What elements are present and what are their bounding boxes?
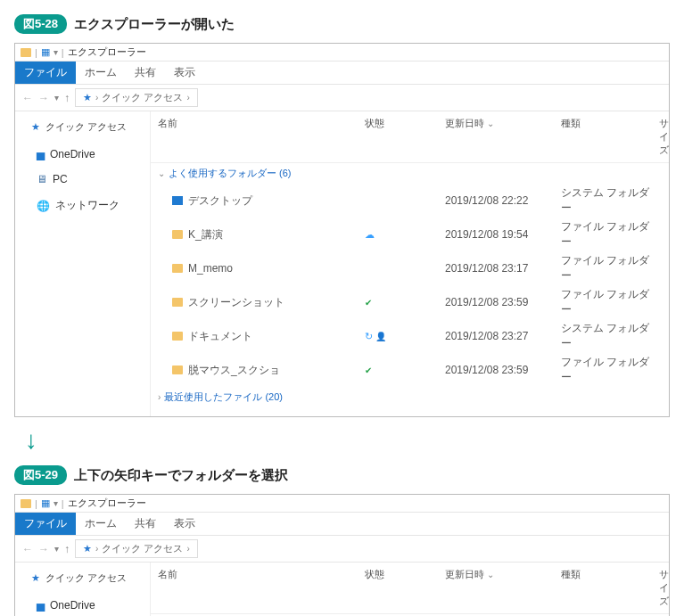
file-date: 2019/12/08 23:27 — [445, 330, 561, 342]
tab-file[interactable]: ファイル — [15, 513, 76, 535]
titlebar: | ▦ ▾ | エクスプローラー — [15, 495, 669, 513]
tab-share[interactable]: 共有 — [126, 62, 165, 84]
nav-forward-icon[interactable]: → — [38, 92, 49, 104]
file-type: ファイル フォルダー — [561, 253, 659, 283]
caption-badge: 図5-28 — [14, 14, 67, 34]
folder-icon — [172, 264, 183, 273]
col-date[interactable]: 更新日時 ⌄ — [445, 117, 561, 157]
tab-view[interactable]: 表示 — [165, 62, 204, 84]
file-type: ファイル フォルダー — [561, 287, 659, 317]
file-name: デスクトップ — [188, 193, 252, 209]
cloud-icon: ▅ — [37, 599, 45, 612]
file-type: ファイル フォルダー — [561, 219, 659, 250]
file-row[interactable]: K_講演2019/12/08 19:54ファイル フォルダー — [151, 218, 669, 251]
nav-history-icon[interactable]: ▾ — [54, 544, 59, 554]
file-date: 2019/12/08 23:59 — [445, 364, 561, 376]
file-date: 2019/12/08 23:17 — [445, 262, 561, 275]
explorer-window-2: | ▦ ▾ | エクスプローラー ファイル ホーム 共有 表示 ← → ▾ ↑ … — [14, 494, 670, 616]
breadcrumb-box[interactable]: ★ › クイック アクセス › — [75, 88, 198, 107]
explorer-window-1: | ▦ ▾ | エクスプローラー ファイル ホーム 共有 表示 ← → ▾ ↑ … — [14, 43, 670, 417]
nav-up-icon[interactable]: ↑ — [64, 543, 70, 555]
file-type: ファイル フォルダー — [561, 355, 659, 385]
file-date: 2019/12/08 23:59 — [445, 296, 561, 308]
group-frequent[interactable]: ⌄ よく使用するフォルダー (6) — [151, 163, 669, 184]
col-type[interactable]: 種類 — [561, 117, 659, 157]
dropdown-icon[interactable]: ▾ — [54, 498, 58, 508]
col-name[interactable]: 名前 — [151, 117, 365, 157]
file-row[interactable]: 脱マウス_スクショ2019/12/08 23:59ファイル フォルダー — [151, 353, 669, 387]
nav-back-icon[interactable]: ← — [22, 543, 33, 555]
window-title: エクスプローラー — [68, 45, 146, 59]
file-list-pane: 名前 状態 更新日時 ⌄ 種類 サイズ ⌄ よく使用するフォルダー (6) デス… — [151, 563, 669, 616]
file-status — [365, 228, 445, 241]
star-icon: ★ — [31, 121, 40, 133]
caption-text: 上下の矢印キーでフォルダーを選択 — [74, 467, 288, 484]
ribbon-icon: ▦ — [41, 497, 50, 509]
tab-home[interactable]: ホーム — [76, 62, 126, 84]
file-row[interactable]: ドキュメント 2019/12/08 23:27システム フォルダー — [151, 319, 669, 353]
sidebar-quick-access[interactable]: ★ クイック アクセス — [15, 117, 150, 137]
desktop-icon — [172, 196, 183, 205]
tab-view[interactable]: 表示 — [165, 513, 204, 535]
sync-status-icon — [365, 330, 373, 342]
folder-icon — [172, 298, 183, 307]
breadcrumb-box[interactable]: ★ › クイック アクセス › — [75, 539, 198, 558]
address-bar: ← → ▾ ↑ ★ › クイック アクセス › — [15, 85, 669, 111]
explorer-icon — [21, 48, 31, 57]
col-status[interactable]: 状態 — [365, 117, 445, 157]
file-name: 脱マウス_スクショ — [188, 363, 280, 378]
sidebar-pc[interactable]: 🖥 PC — [15, 169, 150, 189]
down-arrow-icon: ↓ — [25, 428, 670, 453]
sidebar-onedrive[interactable]: ▅ OneDrive — [15, 595, 150, 615]
file-row[interactable]: デスクトップ2019/12/08 22:22システム フォルダー — [151, 184, 669, 218]
figure-caption-1: 図5-28 エクスプローラーが開いた — [14, 14, 670, 34]
col-status[interactable]: 状態 — [365, 568, 445, 608]
group-recent[interactable]: › 最近使用したファイル (20) — [151, 387, 669, 407]
chevron-down-icon: ⌄ — [158, 168, 165, 178]
pc-icon: 🖥 — [37, 173, 47, 185]
caption-text: エクスプローラーが開いた — [74, 16, 235, 33]
col-name[interactable]: 名前 — [151, 568, 365, 608]
file-name: K_講演 — [188, 227, 223, 242]
nav-history-icon[interactable]: ▾ — [54, 93, 59, 103]
sidebar-network[interactable]: 🌐 ネットワーク — [15, 194, 150, 217]
folder-icon — [172, 332, 183, 341]
nav-up-icon[interactable]: ↑ — [64, 92, 70, 104]
figure-caption-2: 図5-29 上下の矢印キーでフォルダーを選択 — [14, 465, 670, 485]
file-type: システム フォルダー — [561, 185, 659, 216]
check-status-icon — [365, 364, 372, 376]
sidebar-onedrive[interactable]: ▅ OneDrive — [15, 144, 150, 164]
file-row[interactable]: スクリーンショット2019/12/08 23:59ファイル フォルダー — [151, 285, 669, 319]
file-name: スクリーンショット — [188, 295, 284, 310]
col-size[interactable]: サイズ — [659, 568, 669, 608]
file-status — [365, 364, 445, 376]
tab-share[interactable]: 共有 — [126, 513, 165, 535]
breadcrumb-text: クイック アクセス — [102, 91, 183, 104]
star-icon: ★ — [31, 572, 40, 584]
sidebar: ★ クイック アクセス ▅ OneDrive 🖥 PC 🌐 ネットワーク — [15, 563, 151, 616]
dropdown-icon[interactable]: ▾ — [54, 47, 58, 57]
col-date[interactable]: 更新日時 ⌄ — [445, 568, 561, 608]
ribbon-icon: ▦ — [41, 46, 50, 58]
titlebar: | ▦ ▾ | エクスプローラー — [15, 44, 669, 62]
file-name: ドキュメント — [188, 329, 252, 344]
sidebar: ★ クイック アクセス ▅ OneDrive 🖥 PC 🌐 ネットワーク — [15, 111, 151, 416]
cloud-icon: ▅ — [37, 148, 45, 160]
explorer-icon — [21, 499, 31, 508]
window-title: エクスプローラー — [68, 497, 146, 510]
file-date: 2019/12/08 22:22 — [445, 194, 561, 207]
nav-back-icon[interactable]: ← — [22, 92, 33, 104]
nav-forward-icon[interactable]: → — [38, 543, 49, 555]
file-row[interactable]: M_memo2019/12/08 23:17ファイル フォルダー — [151, 251, 669, 285]
tab-file[interactable]: ファイル — [15, 62, 76, 84]
caption-badge: 図5-29 — [14, 465, 67, 485]
col-type[interactable]: 種類 — [561, 568, 659, 608]
column-headers: 名前 状態 更新日時 ⌄ 種類 サイズ — [151, 111, 669, 163]
sidebar-quick-access[interactable]: ★ クイック アクセス — [15, 568, 150, 588]
chevron-down-icon: ⌄ — [487, 570, 494, 579]
file-type: システム フォルダー — [561, 321, 659, 351]
col-size[interactable]: サイズ — [659, 117, 669, 157]
file-date: 2019/12/08 19:54 — [445, 228, 561, 241]
tab-home[interactable]: ホーム — [76, 513, 126, 535]
file-status — [365, 296, 445, 308]
